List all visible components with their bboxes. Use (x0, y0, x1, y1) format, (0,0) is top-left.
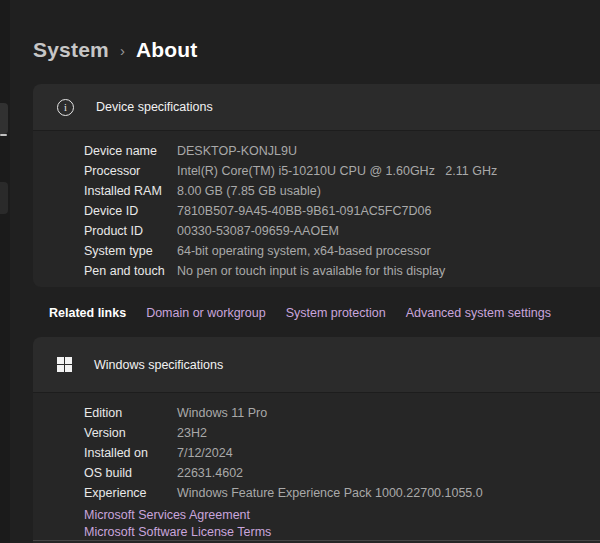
spec-label: Device name (84, 144, 177, 158)
spec-value: Windows 11 Pro (177, 406, 267, 420)
spec-row-version: Version 23H2 (84, 423, 600, 443)
windows-logo-icon (57, 357, 72, 372)
windows-specifications-card: Windows specifications Edition Windows 1… (33, 337, 600, 543)
spec-value: Windows Feature Experience Pack 1000.227… (177, 486, 483, 500)
spec-value: Intel(R) Core(TM) i5-10210U CPU @ 1.60GH… (177, 164, 497, 178)
link-microsoft-services-agreement[interactable]: Microsoft Services Agreement (84, 507, 250, 524)
link-advanced-system-settings[interactable]: Advanced system settings (406, 306, 551, 320)
related-links-row: Related links Domain or workgroup System… (49, 299, 551, 326)
spec-label: Processor (84, 164, 177, 178)
spec-row-system-type: System type 64-bit operating system, x64… (84, 241, 600, 261)
spec-row-pen-and-touch: Pen and touch No pen or touch input is a… (84, 261, 600, 281)
spec-label: Version (84, 426, 177, 440)
link-system-protection[interactable]: System protection (286, 306, 386, 320)
spec-label: Installed on (84, 446, 177, 460)
device-specifications-card: Device specifications Device name DESKTO… (33, 84, 600, 287)
chevron-right-icon: › (120, 41, 125, 59)
windows-specifications-title: Windows specifications (94, 358, 223, 372)
spec-label: System type (84, 244, 177, 258)
breadcrumb: System › About (33, 38, 198, 62)
spec-value: 00330-53087-09659-AAOEM (177, 224, 339, 238)
spec-value: 64-bit operating system, x64-based proce… (177, 244, 431, 258)
spec-value: 8.00 GB (7.85 GB usable) (177, 184, 321, 198)
nav-item-fragment[interactable] (0, 182, 8, 214)
device-specifications-body: Device name DESKTOP-KONJL9U Processor In… (33, 131, 600, 287)
spec-row-installed-ram: Installed RAM 8.00 GB (7.85 GB usable) (84, 181, 600, 201)
spec-value: 7810B507-9A45-40BB-9B61-091AC5FC7D06 (177, 204, 431, 218)
row-divider (33, 540, 600, 541)
spec-value: 22631.4602 (177, 466, 243, 480)
spec-row-device-name: Device name DESKTOP-KONJL9U (84, 141, 600, 161)
info-icon (57, 99, 74, 116)
spec-row-edition: Edition Windows 11 Pro (84, 403, 600, 423)
breadcrumb-system[interactable]: System (33, 38, 109, 62)
spec-row-installed-on: Installed on 7/12/2024 (84, 443, 600, 463)
spec-row-product-id: Product ID 00330-53087-09659-AAOEM (84, 221, 600, 241)
page-title: About (136, 38, 198, 62)
device-specifications-header[interactable]: Device specifications (33, 84, 600, 131)
spec-label: Experience (84, 486, 177, 500)
link-domain-or-workgroup[interactable]: Domain or workgroup (146, 306, 266, 320)
agreement-links: Microsoft Services Agreement Microsoft S… (84, 507, 600, 541)
spec-label: Pen and touch (84, 264, 177, 278)
spec-value: 7/12/2024 (177, 446, 233, 460)
spec-row-experience: Experience Windows Feature Experience Pa… (84, 483, 600, 503)
windows-specifications-body: Edition Windows 11 Pro Version 23H2 Inst… (33, 393, 600, 543)
spec-row-device-id: Device ID 7810B507-9A45-40BB-9B61-091AC5… (84, 201, 600, 221)
nav-item-fragment-selected[interactable] (0, 103, 8, 134)
nav-pane-edge (0, 0, 10, 543)
spec-row-processor: Processor Intel(R) Core(TM) i5-10210U CP… (84, 161, 600, 181)
spec-label: Device ID (84, 204, 177, 218)
spec-label: OS build (84, 466, 177, 480)
spec-label: Installed RAM (84, 184, 177, 198)
spec-row-os-build: OS build 22631.4602 (84, 463, 600, 483)
spec-value: 23H2 (177, 426, 207, 440)
related-links-label: Related links (49, 306, 126, 320)
windows-specifications-header[interactable]: Windows specifications (33, 337, 600, 393)
spec-value: No pen or touch input is available for t… (177, 264, 445, 278)
link-microsoft-software-license-terms[interactable]: Microsoft Software License Terms (84, 524, 271, 541)
spec-value: DESKTOP-KONJL9U (177, 144, 297, 158)
spec-label: Edition (84, 406, 177, 420)
device-specifications-title: Device specifications (96, 100, 213, 114)
spec-label: Product ID (84, 224, 177, 238)
